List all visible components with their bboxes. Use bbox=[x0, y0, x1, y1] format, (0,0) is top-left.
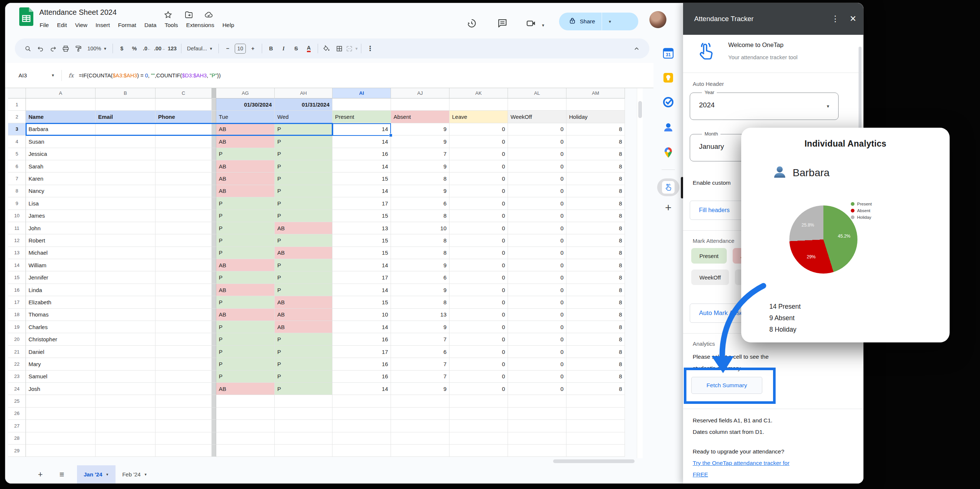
cell[interactable]: Jessica bbox=[26, 148, 95, 160]
font-select[interactable]: Defaul...▼ bbox=[184, 42, 216, 55]
cell[interactable]: AB bbox=[216, 259, 275, 271]
cell[interactable] bbox=[216, 395, 275, 407]
cell[interactable]: 14 bbox=[332, 185, 391, 197]
menu-tools[interactable]: Tools bbox=[161, 20, 182, 30]
cell[interactable] bbox=[508, 420, 566, 432]
cell[interactable] bbox=[332, 408, 391, 420]
row-header[interactable]: 1 bbox=[8, 98, 26, 111]
cell[interactable]: P bbox=[275, 333, 332, 345]
cell[interactable]: 0 bbox=[508, 309, 566, 321]
cell[interactable]: P bbox=[275, 160, 332, 173]
cell[interactable]: 8 bbox=[566, 259, 625, 271]
menu-edit[interactable]: Edit bbox=[53, 20, 71, 30]
cell[interactable]: 9 bbox=[391, 123, 449, 135]
hidden-columns-band[interactable] bbox=[212, 185, 216, 197]
cell[interactable]: 8 bbox=[566, 271, 625, 284]
menu-file[interactable]: File bbox=[35, 20, 53, 30]
cell[interactable]: 8 bbox=[566, 358, 625, 370]
cell[interactable]: 8 bbox=[566, 284, 625, 296]
cell[interactable]: 0 bbox=[449, 234, 508, 246]
hidden-columns-band[interactable] bbox=[212, 358, 216, 370]
cell[interactable]: 14 bbox=[332, 284, 391, 296]
cell[interactable]: P bbox=[275, 284, 332, 296]
undo-icon[interactable] bbox=[34, 42, 47, 55]
google-calendar-icon[interactable]: 31 bbox=[662, 48, 674, 59]
cell[interactable]: Wed bbox=[275, 111, 332, 123]
row-header[interactable]: 6 bbox=[8, 160, 26, 173]
cell[interactable]: P bbox=[275, 135, 332, 148]
cell[interactable]: 7 bbox=[391, 358, 449, 370]
cell[interactable] bbox=[212, 395, 216, 407]
hidden-columns-band[interactable] bbox=[212, 296, 216, 308]
cell[interactable]: 14 bbox=[332, 321, 391, 333]
cell[interactable]: AB bbox=[216, 173, 275, 185]
cell[interactable]: 8 bbox=[566, 333, 625, 345]
cell[interactable]: Present bbox=[332, 111, 391, 123]
row-header[interactable]: 18 bbox=[8, 309, 26, 321]
format-percent-button[interactable]: % bbox=[128, 42, 141, 55]
hidden-columns-band[interactable] bbox=[212, 123, 216, 135]
cell[interactable]: 17 bbox=[332, 197, 391, 210]
vertical-scrollbar[interactable] bbox=[637, 88, 643, 458]
cell[interactable]: P bbox=[216, 197, 275, 210]
hidden-columns-band[interactable] bbox=[212, 333, 216, 345]
cell[interactable]: 0 bbox=[449, 271, 508, 284]
cell[interactable]: P bbox=[275, 123, 332, 135]
cell[interactable]: P bbox=[275, 148, 332, 160]
cell[interactable] bbox=[26, 395, 95, 407]
google-contacts-icon[interactable] bbox=[662, 121, 674, 133]
hidden-columns-band[interactable] bbox=[212, 247, 216, 259]
row-header[interactable]: 19 bbox=[8, 321, 26, 333]
cell[interactable] bbox=[156, 408, 212, 420]
cell[interactable]: AB bbox=[216, 135, 275, 148]
cell[interactable] bbox=[508, 432, 566, 445]
cell[interactable] bbox=[391, 432, 449, 445]
cell[interactable] bbox=[332, 98, 391, 111]
cell[interactable]: Email bbox=[95, 111, 156, 123]
cell[interactable] bbox=[156, 370, 212, 383]
cell[interactable] bbox=[95, 222, 156, 234]
cell[interactable]: Karen bbox=[26, 173, 95, 185]
italic-button[interactable]: I bbox=[277, 42, 290, 55]
column-header-A[interactable]: A bbox=[26, 88, 95, 98]
cell[interactable] bbox=[95, 383, 156, 395]
bold-button[interactable]: B bbox=[265, 42, 277, 55]
menu-format[interactable]: Format bbox=[114, 20, 140, 30]
font-size-input[interactable]: 10 bbox=[234, 42, 247, 55]
cell[interactable]: 7 bbox=[391, 370, 449, 383]
cell[interactable] bbox=[95, 296, 156, 308]
cell[interactable] bbox=[566, 408, 625, 420]
cell[interactable]: 16 bbox=[332, 358, 391, 370]
paint-format-icon[interactable] bbox=[72, 42, 84, 55]
cell[interactable]: 8 bbox=[566, 321, 625, 333]
cell[interactable]: 8 bbox=[566, 296, 625, 308]
cell[interactable] bbox=[156, 321, 212, 333]
cell[interactable]: 9 bbox=[391, 383, 449, 395]
cell[interactable]: 0 bbox=[508, 346, 566, 358]
cell[interactable] bbox=[156, 296, 212, 308]
cell[interactable]: 01/30/2024 bbox=[216, 98, 275, 111]
cell[interactable]: 9 bbox=[391, 321, 449, 333]
hidden-columns-band[interactable] bbox=[212, 222, 216, 234]
google-sheets-logo-icon[interactable] bbox=[19, 7, 33, 27]
format-currency-button[interactable]: $ bbox=[116, 42, 128, 55]
cell[interactable] bbox=[212, 445, 216, 457]
cell[interactable] bbox=[95, 321, 156, 333]
cell[interactable]: 14 bbox=[332, 383, 391, 395]
row-header[interactable]: 2 bbox=[8, 111, 26, 123]
year-select[interactable]: Year 2024 ▼ bbox=[690, 92, 838, 120]
row-header[interactable]: 15 bbox=[8, 271, 26, 284]
cell[interactable] bbox=[216, 420, 275, 432]
cell[interactable]: 8 bbox=[566, 383, 625, 395]
cell[interactable]: Elizabeth bbox=[26, 296, 95, 308]
cell[interactable] bbox=[156, 222, 212, 234]
hidden-columns-band[interactable] bbox=[212, 197, 216, 210]
cell[interactable]: 0 bbox=[508, 271, 566, 284]
cell[interactable] bbox=[26, 420, 95, 432]
cell[interactable]: AB bbox=[216, 185, 275, 197]
cell[interactable]: Daniel bbox=[26, 346, 95, 358]
cell[interactable]: Linda bbox=[26, 284, 95, 296]
cell[interactable] bbox=[156, 160, 212, 173]
cell[interactable]: 0 bbox=[508, 383, 566, 395]
row-header[interactable]: 23 bbox=[8, 370, 26, 383]
